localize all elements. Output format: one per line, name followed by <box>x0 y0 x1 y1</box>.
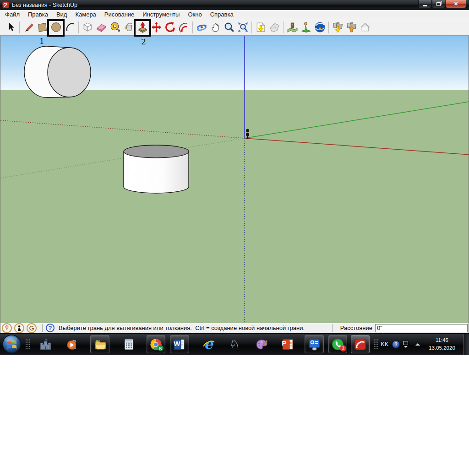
status-geolocation-button[interactable] <box>2 323 12 333</box>
position-camera-button[interactable] <box>299 20 313 35</box>
taskbar-item-calculator[interactable] <box>120 335 138 353</box>
annotation-label-1: 1 <box>39 37 44 46</box>
tray-help-icon[interactable]: ? <box>392 341 400 348</box>
paint-bucket-icon <box>123 22 135 33</box>
tray-window-icon[interactable] <box>403 341 408 348</box>
status-sign-in-button[interactable] <box>27 323 37 333</box>
menu-item-camera[interactable]: Камера <box>71 10 100 19</box>
offset-tool-button[interactable] <box>177 20 191 35</box>
minimize-button[interactable] <box>418 0 431 8</box>
pan-tool-button[interactable] <box>208 20 222 35</box>
sketchup-icon <box>354 338 366 351</box>
word-letter: W <box>174 340 180 347</box>
statusbar-separator <box>332 324 333 332</box>
google-earth-button[interactable] <box>313 20 327 35</box>
tape-measure-button[interactable] <box>108 20 122 35</box>
zoom-extents-button[interactable] <box>236 20 250 35</box>
taskbar-item-castle-app[interactable] <box>36 335 55 353</box>
cylinder-standing[interactable] <box>124 145 189 193</box>
chess-piece-icon: ♘ <box>229 338 240 350</box>
title-bar: Без названия - SketchUp ✕ <box>0 0 469 10</box>
share-model-icon <box>269 22 280 33</box>
menu-item-edit[interactable]: Правка <box>24 10 52 19</box>
help-icon[interactable]: ? <box>46 324 55 332</box>
windows-logo-icon <box>2 334 22 354</box>
start-button[interactable] <box>2 334 22 354</box>
menu-item-file[interactable]: Файл <box>1 10 24 19</box>
rotate-tool-button[interactable] <box>163 20 177 35</box>
toolbar-separator <box>327 22 331 33</box>
tool-bar <box>0 19 469 36</box>
tray-clock[interactable]: 11:45 13.05.2020 <box>424 336 460 352</box>
taskbar-item-word[interactable]: W <box>170 335 189 353</box>
restore-icon <box>436 2 441 6</box>
rectangle-icon <box>37 22 48 33</box>
chrome-profile-badge: K <box>158 345 164 351</box>
get-models-button[interactable] <box>254 20 267 35</box>
walk-figure-icon <box>300 22 312 33</box>
toggle-terrain-button[interactable] <box>358 20 372 35</box>
folder-icon <box>94 338 106 351</box>
status-credits-button[interactable] <box>14 323 24 333</box>
zoom-tool-button[interactable] <box>222 20 236 35</box>
menu-item-tools[interactable]: Инструменты <box>138 10 184 19</box>
move-tool-button[interactable] <box>149 20 163 35</box>
menu-item-window[interactable]: Окно <box>184 10 206 19</box>
system-tray: KK ? 11:45 13.05.2020 <box>370 334 469 355</box>
taskbar-item-chess[interactable]: ♘ <box>225 335 244 353</box>
arc-tool-button[interactable] <box>63 20 76 35</box>
viewport-3d[interactable] <box>0 36 469 323</box>
add-location-button[interactable] <box>285 20 299 35</box>
taskbar-item-sketchup[interactable] <box>351 335 370 353</box>
show-hidden-icons-button[interactable] <box>415 343 420 346</box>
show-desktop-button[interactable] <box>464 334 469 355</box>
clock-time: 11:45 <box>424 336 460 344</box>
share-model-button[interactable] <box>267 20 281 35</box>
window-title: Без названия - SketchUp <box>12 2 77 8</box>
taskbar-item-explorer[interactable] <box>90 335 109 353</box>
status-bar: ? Выберите грань для вытягивания или тол… <box>0 323 469 333</box>
cylinder-lying[interactable] <box>24 46 91 97</box>
axis-green-dotted <box>0 138 245 178</box>
powerpoint-letter: P <box>282 339 286 347</box>
distance-input[interactable] <box>375 324 468 332</box>
menu-item-draw[interactable]: Рисование <box>100 10 138 19</box>
taskbar-grip <box>373 338 378 350</box>
axis-red-line <box>245 138 469 155</box>
photo-textures-up-button[interactable] <box>344 20 358 35</box>
close-button[interactable]: ✕ <box>446 0 466 8</box>
menu-item-help[interactable]: Справка <box>206 10 238 19</box>
orbit-tool-button[interactable] <box>195 20 208 35</box>
minimize-icon <box>423 5 427 6</box>
ie-orbit-icon <box>202 338 215 351</box>
eraser-tool-button[interactable] <box>94 20 108 35</box>
taskbar-item-powerpoint[interactable]: P <box>278 335 297 353</box>
taskbar-item-whatsapp[interactable]: 3 <box>328 335 347 353</box>
arc-icon <box>64 22 76 33</box>
select-tool-button[interactable] <box>4 20 17 35</box>
notification-badge: 3 <box>340 345 346 352</box>
statusbar-separator <box>42 324 43 332</box>
move-icon <box>151 22 162 33</box>
clock-date: 13.05.2020 <box>424 344 460 352</box>
orbit-icon <box>196 22 207 33</box>
eraser-icon <box>96 22 107 33</box>
taskbar: K W e ♘ P 3 KK <box>0 333 469 355</box>
sketchup-logo-icon <box>2 1 9 8</box>
window-glyph <box>403 341 408 345</box>
add-location-icon <box>287 22 298 33</box>
make-component-button[interactable] <box>81 20 94 35</box>
menu-item-view[interactable]: Вид <box>52 10 71 19</box>
taskbar-item-internet-explorer[interactable]: e <box>199 335 218 353</box>
taskbar-item-media-player[interactable] <box>63 335 82 353</box>
taskbar-item-chrome[interactable]: K <box>147 335 165 353</box>
language-indicator[interactable]: KK <box>381 341 388 347</box>
taskbar-item-display-settings[interactable] <box>305 335 323 353</box>
line-tool-button[interactable] <box>22 20 35 35</box>
model-scene <box>0 36 469 323</box>
toolbar-separator <box>191 22 195 33</box>
photo-textures-down-button[interactable] <box>331 20 344 35</box>
restore-button[interactable] <box>432 0 445 8</box>
taskbar-item-paint[interactable] <box>252 335 271 353</box>
get-models-icon <box>255 22 267 33</box>
